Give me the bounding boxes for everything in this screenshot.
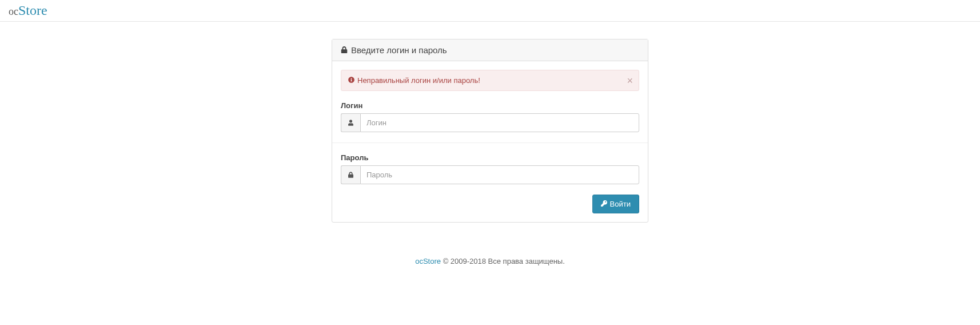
button-row: Войти xyxy=(341,195,639,213)
lock-icon xyxy=(341,165,360,184)
login-input[interactable] xyxy=(360,113,639,132)
login-button[interactable]: Войти xyxy=(592,195,639,213)
panel-heading: Введите логин и пароль xyxy=(332,39,648,61)
alert-close-button[interactable]: × xyxy=(627,76,633,86)
lock-icon xyxy=(341,45,348,55)
alert-message: Неправильный логин и/или пароль! xyxy=(357,76,480,85)
login-label: Логин xyxy=(341,101,639,110)
login-input-group xyxy=(341,113,639,132)
separator xyxy=(332,142,648,143)
close-icon: × xyxy=(627,75,633,86)
logo-store: Store xyxy=(18,3,47,18)
login-form-group: Логин xyxy=(341,101,639,132)
warning-icon xyxy=(348,76,354,85)
panel-title: Введите логин и пароль xyxy=(351,45,447,55)
header: ocStore xyxy=(0,0,980,22)
login-panel: Введите логин и пароль Неправильный логи… xyxy=(332,39,648,223)
password-input[interactable] xyxy=(360,165,639,184)
user-icon xyxy=(341,113,360,132)
login-container: Введите логин и пароль Неправильный логи… xyxy=(332,39,648,223)
footer-copyright: © 2009-2018 Все права защищены. xyxy=(441,257,565,265)
login-button-label: Войти xyxy=(610,200,631,208)
password-input-group xyxy=(341,165,639,184)
error-alert: Неправильный логин и/или пароль! × xyxy=(341,70,639,91)
password-label: Пароль xyxy=(341,153,639,162)
password-form-group: Пароль xyxy=(341,153,639,184)
footer: ocStore © 2009-2018 Все права защищены. xyxy=(0,257,980,265)
logo[interactable]: ocStore xyxy=(9,3,47,18)
key-icon xyxy=(601,200,607,208)
panel-body: Неправильный логин и/или пароль! × Логин… xyxy=(332,61,648,222)
footer-link[interactable]: ocStore xyxy=(415,257,441,265)
logo-oc: oc xyxy=(9,6,18,17)
